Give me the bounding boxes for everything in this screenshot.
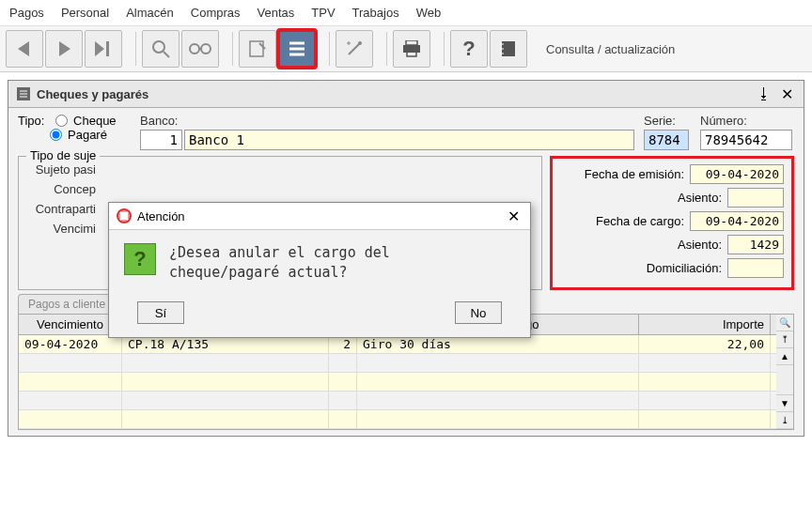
svg-rect-19: [403, 45, 420, 53]
dates-block: Fecha de emisión: Asiento: Fecha de carg…: [550, 156, 794, 290]
toolbar-mode-label: Consulta / actualización: [546, 42, 675, 56]
asiento1-label: Asiento:: [560, 191, 727, 205]
banco-num-input[interactable]: [140, 130, 182, 150]
col-vencimiento[interactable]: Vencimiento: [19, 315, 122, 334]
toolbar-separator: [232, 32, 233, 66]
menu-ventas[interactable]: Ventas: [258, 6, 295, 20]
contraparti-label: Contraparti: [26, 202, 102, 216]
svg-rect-21: [502, 41, 515, 56]
notebook-icon: [499, 39, 518, 58]
menubar: Pagos Personal Almacén Compras Ventas TP…: [0, 0, 812, 26]
nav-last-button[interactable]: [85, 30, 122, 68]
list-button[interactable]: [278, 30, 316, 68]
banco-name-input[interactable]: [184, 130, 634, 150]
wand-icon: [345, 39, 364, 58]
svg-rect-18: [406, 40, 417, 45]
svg-line-14: [349, 43, 360, 54]
nav-forward-button[interactable]: [45, 30, 83, 68]
menu-almacen[interactable]: Almacén: [126, 6, 174, 20]
fecha-emision-label: Fecha de emisión:: [560, 167, 690, 181]
yes-button[interactable]: Sí: [137, 301, 184, 324]
minimize-icon[interactable]: ⭳: [755, 85, 773, 103]
menu-trabajos[interactable]: Trabajos: [352, 6, 399, 20]
scroll-track[interactable]: [776, 365, 793, 395]
svg-rect-3: [106, 41, 109, 56]
triangle-right-icon: [57, 41, 70, 56]
serie-input[interactable]: [644, 130, 689, 150]
svg-marker-0: [18, 41, 29, 56]
concep-label: Concep: [26, 182, 102, 196]
glasses-icon: [189, 42, 211, 55]
tipo-suje-label: Tipo de suje: [26, 148, 100, 162]
menu-tpv[interactable]: TPV: [311, 6, 335, 20]
toolbar: ? Consulta / actualización: [0, 26, 812, 72]
svg-point-4: [153, 41, 164, 53]
svg-point-7: [201, 44, 211, 54]
wand-button[interactable]: [336, 30, 373, 68]
close-icon[interactable]: ✕: [777, 85, 796, 103]
magnifier-icon: [151, 39, 170, 58]
asiento2-input[interactable]: [727, 235, 784, 254]
dialog-message: ¿Desea anular el cargo del cheque/pagaré…: [169, 243, 390, 283]
attention-icon: [117, 208, 132, 223]
search-button[interactable]: [142, 30, 180, 68]
window-title: Cheques y pagarés: [37, 87, 751, 101]
domiciliacion-label: Domiciliación:: [560, 261, 727, 275]
table-row[interactable]: [19, 354, 776, 373]
asiento1-input[interactable]: [727, 188, 784, 208]
scroll-bottom-icon[interactable]: ⤓: [776, 412, 793, 429]
menu-pagos[interactable]: Pagos: [9, 6, 44, 20]
search-grid-icon[interactable]: 🔍: [776, 315, 793, 331]
nav-back-button[interactable]: [6, 30, 43, 68]
dialog-titlebar: Atención ✕: [109, 203, 530, 230]
asiento2-label: Asiento:: [560, 238, 727, 252]
edit-button[interactable]: [239, 30, 276, 68]
scroll-down-icon[interactable]: ▼: [776, 395, 793, 412]
tipo-pagare-radio[interactable]: [50, 129, 62, 141]
triangle-left-icon: [18, 41, 31, 56]
fecha-emision-input[interactable]: [690, 164, 784, 184]
edit-note-icon: [248, 39, 267, 58]
table-row[interactable]: 09-04-2020 CP.18 A/135 2 Giro 30 días 22…: [19, 335, 776, 354]
tipo-label: Tipo:: [18, 114, 44, 128]
view-button[interactable]: [181, 30, 219, 68]
tipo-cheque-label: Cheque: [73, 114, 117, 128]
question-mark-icon: ?: [124, 243, 156, 275]
scroll-up-icon[interactable]: ▲: [776, 348, 793, 365]
col-importe[interactable]: Importe: [639, 315, 771, 334]
toolbar-separator: [444, 32, 445, 66]
grid-scrollbar[interactable]: 🔍 ⤒ ▲ ▼ ⤓: [776, 315, 793, 429]
confirm-dialog: Atención ✕ ? ¿Desea anular el cargo del …: [108, 202, 531, 338]
print-button[interactable]: [393, 30, 430, 68]
domiciliacion-input[interactable]: [727, 258, 784, 278]
numero-label: Número:: [700, 114, 794, 128]
toolbar-separator: [329, 32, 330, 66]
list-icon: [288, 41, 306, 56]
tipo-cheque-radio[interactable]: [55, 115, 68, 127]
banco-label: Banco:: [140, 114, 634, 128]
dialog-title: Atención: [137, 209, 500, 223]
table-row[interactable]: [19, 373, 776, 392]
fecha-cargo-input[interactable]: [690, 211, 784, 231]
no-button[interactable]: No: [455, 301, 502, 324]
tab-pagos-cliente[interactable]: Pagos a cliente: [18, 294, 116, 314]
table-row[interactable]: [19, 410, 776, 429]
menu-web[interactable]: Web: [416, 6, 442, 20]
vencimi-label: Vencimi: [26, 222, 102, 236]
svg-rect-9: [250, 41, 263, 56]
toolbar-separator: [386, 32, 387, 66]
printer-icon: [402, 40, 421, 57]
help-button[interactable]: ?: [450, 30, 488, 68]
table-row[interactable]: [19, 392, 776, 410]
cell-vencimiento: 09-04-2020: [19, 335, 122, 353]
window-icon: [16, 86, 31, 101]
menu-personal[interactable]: Personal: [61, 6, 109, 20]
triangle-right-bar-icon: [95, 41, 112, 56]
cell-importe: 22,00: [639, 335, 771, 353]
scroll-top-icon[interactable]: ⤒: [776, 331, 793, 348]
menu-compras[interactable]: Compras: [191, 6, 241, 20]
dialog-close-icon[interactable]: ✕: [504, 207, 523, 225]
config-button[interactable]: [490, 30, 527, 68]
numero-input[interactable]: [700, 130, 792, 150]
grid-body[interactable]: 09-04-2020 CP.18 A/135 2 Giro 30 días 22…: [19, 335, 776, 429]
